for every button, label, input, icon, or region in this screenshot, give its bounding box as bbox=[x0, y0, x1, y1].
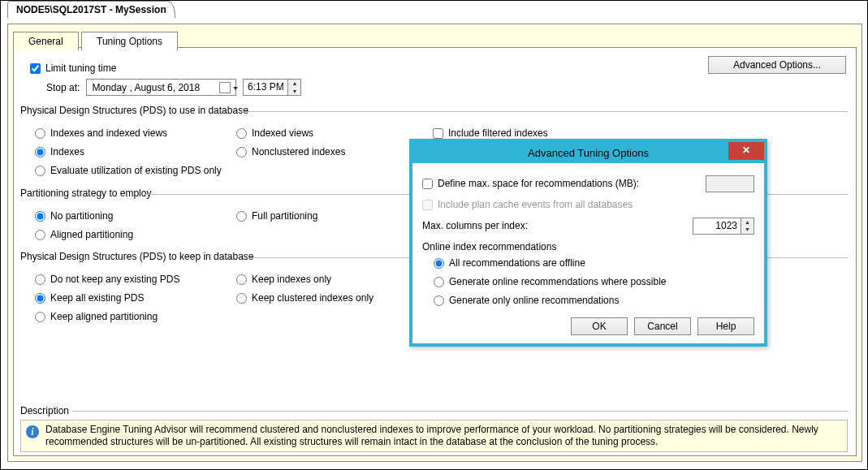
stop-at-label: Stop at: bbox=[46, 82, 80, 93]
radio-indexed-views[interactable] bbox=[236, 128, 247, 139]
close-icon: ✕ bbox=[742, 144, 750, 156]
spinner-up-icon[interactable]: ▲ bbox=[288, 80, 300, 88]
cancel-button[interactable]: Cancel bbox=[634, 317, 691, 335]
time-spinner[interactable]: ▲ ▼ bbox=[288, 79, 301, 96]
advanced-tuning-options-dialog: Advanced Tuning Options ✕ Define max. sp… bbox=[409, 139, 767, 347]
radio-keep-aligned-label: Keep aligned partitioning bbox=[50, 311, 158, 322]
stop-at-date-picker[interactable]: Monday , August 6, 2018 bbox=[86, 79, 236, 96]
dialog-title: Advanced Tuning Options bbox=[412, 147, 764, 159]
group-header-pds-use: Physical Design Structures (PDS) to use … bbox=[20, 105, 248, 116]
radio-keep-indexes-only-label: Keep indexes only bbox=[252, 274, 331, 285]
radio-keep-all[interactable] bbox=[35, 293, 45, 304]
tab-tuning-label: Tuning Options bbox=[97, 36, 162, 47]
description-header: Description bbox=[20, 405, 69, 416]
limit-tuning-time-row: Limit tuning time bbox=[30, 60, 116, 76]
radio-keep-clustered-only[interactable] bbox=[236, 293, 247, 304]
group-line bbox=[241, 111, 848, 112]
radio-keep-clustered-only-label: Keep clustered indexes only bbox=[252, 292, 374, 304]
advanced-options-button-label: Advanced Options... bbox=[733, 59, 821, 71]
check-include-plan-cache bbox=[422, 200, 433, 210]
radio-indexes[interactable] bbox=[35, 147, 45, 157]
tabstrip: General Tuning Options bbox=[13, 31, 178, 50]
radio-no-partitioning[interactable] bbox=[35, 211, 45, 222]
radio-keep-all-label: Keep all existing PDS bbox=[50, 292, 144, 304]
radio-nonclustered[interactable] bbox=[236, 147, 247, 157]
radio-aligned-partitioning-label: Aligned partitioning bbox=[50, 229, 133, 240]
help-button[interactable]: Help bbox=[697, 317, 754, 335]
session-tab[interactable]: NODE5\SQL2017ST - MySession bbox=[7, 1, 175, 19]
radio-full-partitioning[interactable] bbox=[236, 211, 247, 222]
radio-evaluate-existing-label: Evaluate utilization of existing PDS onl… bbox=[50, 165, 222, 176]
group-header-pds-keep: Physical Design Structures (PDS) to keep… bbox=[20, 251, 253, 262]
include-plan-cache-label: Include plan cache events from all datab… bbox=[438, 199, 633, 210]
info-icon: i bbox=[26, 425, 39, 438]
max-space-input[interactable] bbox=[706, 175, 754, 192]
radio-indexes-and-views[interactable] bbox=[35, 128, 45, 139]
radio-all-offline[interactable] bbox=[434, 258, 444, 269]
description-text: Database Engine Tuning Advisor will reco… bbox=[45, 424, 818, 447]
advanced-options-button[interactable]: Advanced Options... bbox=[708, 56, 846, 74]
radio-indexed-views-label: Indexed views bbox=[252, 127, 313, 139]
check-include-filtered[interactable] bbox=[433, 128, 443, 139]
check-include-filtered-label: Include filtered indexes bbox=[448, 127, 548, 139]
session-tab-label: NODE5\SQL2017ST - MySession bbox=[16, 4, 166, 15]
radio-do-not-keep[interactable] bbox=[35, 274, 45, 285]
radio-nonclustered-label: Nonclustered indexes bbox=[252, 146, 345, 157]
spinner-down-icon[interactable]: ▼ bbox=[741, 226, 754, 234]
description-line bbox=[72, 411, 848, 412]
limit-tuning-time-label: Limit tuning time bbox=[45, 63, 116, 74]
max-columns-spinner[interactable]: ▲ ▼ bbox=[741, 218, 754, 235]
radio-only-online[interactable] bbox=[434, 295, 444, 306]
online-index-recs-header: Online index recommendations bbox=[422, 241, 754, 252]
max-columns-label: Max. columns per index: bbox=[422, 220, 528, 231]
tab-tuning-options[interactable]: Tuning Options bbox=[81, 32, 178, 50]
radio-no-partitioning-label: No partitioning bbox=[50, 210, 113, 222]
check-define-max-space[interactable] bbox=[422, 179, 433, 189]
radio-full-partitioning-label: Full partitioning bbox=[252, 210, 317, 222]
tab-general-label: General bbox=[28, 36, 63, 47]
max-columns-input[interactable]: 1023 bbox=[693, 218, 741, 235]
radio-keep-indexes-only[interactable] bbox=[236, 274, 247, 285]
tab-general[interactable]: General bbox=[13, 32, 79, 50]
radio-keep-aligned[interactable] bbox=[35, 312, 45, 322]
stop-at-row: Stop at: Monday , August 6, 2018 6:13 PM bbox=[46, 79, 301, 96]
radio-aligned-partitioning[interactable] bbox=[35, 230, 45, 240]
radio-indexes-and-views-label: Indexes and indexed views bbox=[50, 127, 167, 139]
stop-at-time-value: 6:13 PM bbox=[248, 81, 284, 93]
ok-button-label: OK bbox=[592, 321, 606, 332]
radio-do-not-keep-label: Do not keep any existing PDS bbox=[50, 274, 179, 285]
radio-only-online-label: Generate only online recommendations bbox=[449, 295, 619, 306]
group-header-partition: Partitioning strategy to employ bbox=[20, 188, 151, 199]
radio-all-offline-label: All recommendations are offline bbox=[449, 257, 585, 269]
help-button-label: Help bbox=[716, 321, 736, 332]
stop-at-time-field[interactable]: 6:13 PM bbox=[243, 79, 288, 96]
limit-tuning-time-checkbox[interactable] bbox=[30, 63, 41, 74]
window-frame: NODE5\SQL2017ST - MySession General Tuni… bbox=[0, 0, 868, 470]
dialog-titlebar[interactable]: Advanced Tuning Options ✕ bbox=[412, 142, 764, 163]
description-box: i Database Engine Tuning Advisor will re… bbox=[20, 420, 848, 452]
define-max-space-label: Define max. space for recommendations (M… bbox=[438, 178, 639, 189]
stop-at-date-value: Monday , August 6, 2018 bbox=[92, 82, 200, 93]
dialog-close-button[interactable]: ✕ bbox=[728, 142, 764, 160]
cancel-button-label: Cancel bbox=[647, 321, 677, 332]
radio-evaluate-existing[interactable] bbox=[35, 166, 45, 176]
calendar-icon bbox=[219, 82, 231, 93]
ok-button[interactable]: OK bbox=[571, 317, 628, 335]
radio-indexes-label: Indexes bbox=[50, 146, 84, 157]
spinner-up-icon[interactable]: ▲ bbox=[741, 218, 754, 226]
radio-online-where-possible[interactable] bbox=[434, 277, 444, 287]
spinner-down-icon[interactable]: ▼ bbox=[288, 88, 300, 96]
radio-online-where-possible-label: Generate online recommendations where po… bbox=[449, 276, 667, 287]
max-columns-value: 1023 bbox=[715, 220, 737, 231]
